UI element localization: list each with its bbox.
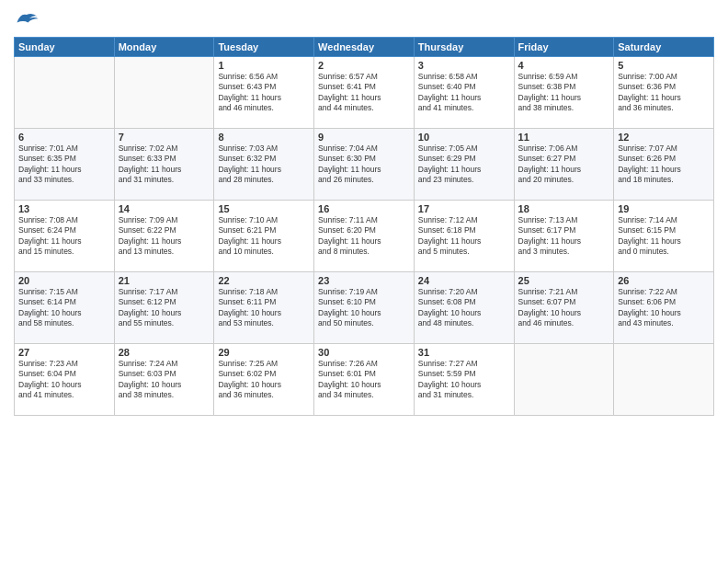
calendar-cell: 24Sunrise: 7:20 AM Sunset: 6:08 PM Dayli… bbox=[414, 272, 514, 344]
col-header-monday: Monday bbox=[114, 38, 214, 57]
calendar-cell: 30Sunrise: 7:26 AM Sunset: 6:01 PM Dayli… bbox=[314, 344, 415, 416]
logo bbox=[14, 9, 43, 29]
day-detail: Sunrise: 6:56 AM Sunset: 6:43 PM Dayligh… bbox=[218, 72, 310, 114]
day-number: 13 bbox=[18, 203, 110, 214]
day-detail: Sunrise: 7:05 AM Sunset: 6:29 PM Dayligh… bbox=[418, 144, 510, 186]
day-detail: Sunrise: 6:59 AM Sunset: 6:38 PM Dayligh… bbox=[518, 72, 610, 114]
week-row-4: 20Sunrise: 7:15 AM Sunset: 6:14 PM Dayli… bbox=[15, 272, 714, 344]
day-detail: Sunrise: 6:58 AM Sunset: 6:40 PM Dayligh… bbox=[418, 72, 510, 114]
calendar-cell: 21Sunrise: 7:17 AM Sunset: 6:12 PM Dayli… bbox=[114, 272, 214, 344]
day-number: 10 bbox=[418, 132, 510, 143]
calendar-cell bbox=[614, 344, 714, 416]
day-number: 16 bbox=[318, 203, 410, 214]
col-header-friday: Friday bbox=[514, 38, 614, 57]
col-header-thursday: Thursday bbox=[414, 38, 514, 57]
calendar-cell: 19Sunrise: 7:14 AM Sunset: 6:15 PM Dayli… bbox=[614, 201, 714, 272]
calendar-cell bbox=[514, 344, 614, 416]
day-detail: Sunrise: 6:57 AM Sunset: 6:41 PM Dayligh… bbox=[318, 72, 410, 114]
day-detail: Sunrise: 7:04 AM Sunset: 6:30 PM Dayligh… bbox=[318, 144, 410, 186]
calendar-cell: 22Sunrise: 7:18 AM Sunset: 6:11 PM Dayli… bbox=[214, 272, 314, 344]
calendar-cell: 27Sunrise: 7:23 AM Sunset: 6:04 PM Dayli… bbox=[15, 344, 115, 416]
calendar-page: SundayMondayTuesdayWednesdayThursdayFrid… bbox=[0, 0, 728, 563]
day-detail: Sunrise: 7:22 AM Sunset: 6:06 PM Dayligh… bbox=[618, 287, 710, 329]
day-number: 14 bbox=[119, 203, 210, 214]
calendar-cell: 2Sunrise: 6:57 AM Sunset: 6:41 PM Daylig… bbox=[314, 57, 415, 129]
day-number: 21 bbox=[119, 275, 210, 286]
header-row: SundayMondayTuesdayWednesdayThursdayFrid… bbox=[15, 38, 714, 57]
calendar-cell: 9Sunrise: 7:04 AM Sunset: 6:30 PM Daylig… bbox=[314, 129, 415, 201]
day-detail: Sunrise: 7:09 AM Sunset: 6:22 PM Dayligh… bbox=[119, 215, 210, 258]
week-row-3: 13Sunrise: 7:08 AM Sunset: 6:24 PM Dayli… bbox=[15, 201, 714, 272]
day-number: 23 bbox=[318, 275, 410, 286]
calendar-cell: 10Sunrise: 7:05 AM Sunset: 6:29 PM Dayli… bbox=[414, 129, 514, 201]
calendar-cell: 6Sunrise: 7:01 AM Sunset: 6:35 PM Daylig… bbox=[15, 129, 115, 201]
day-number: 27 bbox=[18, 347, 110, 358]
calendar-cell: 28Sunrise: 7:24 AM Sunset: 6:03 PM Dayli… bbox=[114, 344, 214, 416]
day-detail: Sunrise: 7:15 AM Sunset: 6:14 PM Dayligh… bbox=[18, 287, 110, 329]
week-row-1: 1Sunrise: 6:56 AM Sunset: 6:43 PM Daylig… bbox=[15, 57, 714, 129]
calendar-cell: 5Sunrise: 7:00 AM Sunset: 6:36 PM Daylig… bbox=[614, 57, 714, 129]
calendar-cell: 8Sunrise: 7:03 AM Sunset: 6:32 PM Daylig… bbox=[214, 129, 314, 201]
header bbox=[14, 9, 714, 29]
week-row-5: 27Sunrise: 7:23 AM Sunset: 6:04 PM Dayli… bbox=[15, 344, 714, 416]
day-detail: Sunrise: 7:21 AM Sunset: 6:07 PM Dayligh… bbox=[518, 287, 610, 329]
day-number: 9 bbox=[318, 132, 410, 143]
calendar-cell: 17Sunrise: 7:12 AM Sunset: 6:18 PM Dayli… bbox=[414, 201, 514, 272]
calendar-cell: 12Sunrise: 7:07 AM Sunset: 6:26 PM Dayli… bbox=[614, 129, 714, 201]
day-number: 29 bbox=[218, 347, 310, 358]
day-detail: Sunrise: 7:00 AM Sunset: 6:36 PM Dayligh… bbox=[618, 72, 710, 114]
calendar-cell bbox=[15, 57, 115, 129]
calendar-cell: 15Sunrise: 7:10 AM Sunset: 6:21 PM Dayli… bbox=[214, 201, 314, 272]
calendar-cell: 20Sunrise: 7:15 AM Sunset: 6:14 PM Dayli… bbox=[15, 272, 115, 344]
day-detail: Sunrise: 7:17 AM Sunset: 6:12 PM Dayligh… bbox=[119, 287, 210, 329]
day-detail: Sunrise: 7:07 AM Sunset: 6:26 PM Dayligh… bbox=[618, 144, 710, 186]
day-detail: Sunrise: 7:10 AM Sunset: 6:21 PM Dayligh… bbox=[218, 215, 310, 258]
day-number: 20 bbox=[18, 275, 110, 286]
day-number: 28 bbox=[119, 347, 210, 358]
day-number: 4 bbox=[518, 60, 610, 71]
day-detail: Sunrise: 7:03 AM Sunset: 6:32 PM Dayligh… bbox=[218, 144, 310, 186]
day-number: 12 bbox=[618, 132, 710, 143]
day-number: 19 bbox=[618, 203, 710, 214]
col-header-saturday: Saturday bbox=[614, 38, 714, 57]
col-header-wednesday: Wednesday bbox=[314, 38, 415, 57]
calendar-cell: 31Sunrise: 7:27 AM Sunset: 5:59 PM Dayli… bbox=[414, 344, 514, 416]
day-number: 22 bbox=[218, 275, 310, 286]
calendar-cell: 7Sunrise: 7:02 AM Sunset: 6:33 PM Daylig… bbox=[114, 129, 214, 201]
day-detail: Sunrise: 7:20 AM Sunset: 6:08 PM Dayligh… bbox=[418, 287, 510, 329]
day-detail: Sunrise: 7:14 AM Sunset: 6:15 PM Dayligh… bbox=[618, 215, 710, 258]
day-number: 6 bbox=[18, 132, 110, 143]
day-number: 2 bbox=[318, 60, 410, 71]
calendar-cell: 18Sunrise: 7:13 AM Sunset: 6:17 PM Dayli… bbox=[514, 201, 614, 272]
calendar-cell: 23Sunrise: 7:19 AM Sunset: 6:10 PM Dayli… bbox=[314, 272, 415, 344]
day-number: 5 bbox=[618, 60, 710, 71]
day-number: 31 bbox=[418, 347, 510, 358]
day-number: 3 bbox=[418, 60, 510, 71]
calendar-cell: 11Sunrise: 7:06 AM Sunset: 6:27 PM Dayli… bbox=[514, 129, 614, 201]
calendar-table: SundayMondayTuesdayWednesdayThursdayFrid… bbox=[14, 37, 714, 416]
calendar-cell: 16Sunrise: 7:11 AM Sunset: 6:20 PM Dayli… bbox=[314, 201, 415, 272]
day-detail: Sunrise: 7:25 AM Sunset: 6:02 PM Dayligh… bbox=[218, 359, 310, 401]
day-detail: Sunrise: 7:11 AM Sunset: 6:20 PM Dayligh… bbox=[318, 215, 410, 258]
day-number: 8 bbox=[218, 132, 310, 143]
day-number: 24 bbox=[418, 275, 510, 286]
calendar-cell: 25Sunrise: 7:21 AM Sunset: 6:07 PM Dayli… bbox=[514, 272, 614, 344]
calendar-cell: 29Sunrise: 7:25 AM Sunset: 6:02 PM Dayli… bbox=[214, 344, 314, 416]
day-detail: Sunrise: 7:08 AM Sunset: 6:24 PM Dayligh… bbox=[18, 215, 110, 258]
day-detail: Sunrise: 7:26 AM Sunset: 6:01 PM Dayligh… bbox=[318, 359, 410, 401]
day-number: 7 bbox=[119, 132, 210, 143]
day-number: 18 bbox=[518, 203, 610, 214]
col-header-sunday: Sunday bbox=[15, 38, 115, 57]
calendar-cell bbox=[114, 57, 214, 129]
day-detail: Sunrise: 7:12 AM Sunset: 6:18 PM Dayligh… bbox=[418, 215, 510, 258]
day-number: 25 bbox=[518, 275, 610, 286]
day-detail: Sunrise: 7:18 AM Sunset: 6:11 PM Dayligh… bbox=[218, 287, 310, 329]
day-number: 30 bbox=[318, 347, 410, 358]
calendar-cell: 3Sunrise: 6:58 AM Sunset: 6:40 PM Daylig… bbox=[414, 57, 514, 129]
day-detail: Sunrise: 7:27 AM Sunset: 5:59 PM Dayligh… bbox=[418, 359, 510, 401]
day-detail: Sunrise: 7:24 AM Sunset: 6:03 PM Dayligh… bbox=[119, 359, 210, 401]
calendar-cell: 4Sunrise: 6:59 AM Sunset: 6:38 PM Daylig… bbox=[514, 57, 614, 129]
day-detail: Sunrise: 7:02 AM Sunset: 6:33 PM Dayligh… bbox=[119, 144, 210, 186]
day-detail: Sunrise: 7:01 AM Sunset: 6:35 PM Dayligh… bbox=[18, 144, 110, 186]
calendar-cell: 14Sunrise: 7:09 AM Sunset: 6:22 PM Dayli… bbox=[114, 201, 214, 272]
